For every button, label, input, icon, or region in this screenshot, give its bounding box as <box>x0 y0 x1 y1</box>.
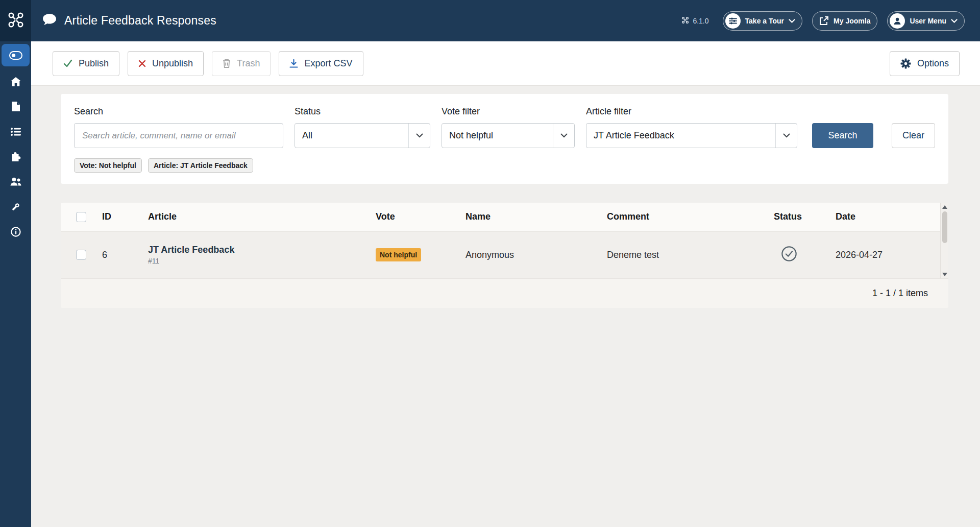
column-header-status[interactable]: Status <box>774 203 836 231</box>
user-menu-button[interactable]: User Menu <box>887 11 965 31</box>
vote-filter-value: Not helpful <box>442 130 553 141</box>
chevron-down-icon <box>789 19 795 23</box>
article-filter-label: Article filter <box>586 106 797 117</box>
joomla-version: 6.1.0 <box>681 16 708 26</box>
results-card: ID Article Vote Name Comment Status Date… <box>61 203 948 308</box>
scrollbar-thumb[interactable] <box>942 211 947 243</box>
row-date: 2026-04-27 <box>836 231 948 278</box>
status-select[interactable]: All <box>295 123 430 148</box>
filter-bar: Search Status All Vote filter Not helpfu… <box>61 94 948 184</box>
sidebar-item-toggle[interactable] <box>2 44 30 66</box>
options-button[interactable]: Options <box>890 51 960 76</box>
article-filter-group: Article filter JT Article Feedback <box>586 106 797 148</box>
filter-clear-button[interactable]: Clear <box>892 123 935 148</box>
filter-chip-vote[interactable]: Vote: Not helpful <box>74 158 142 173</box>
sidebar-item-system[interactable] <box>0 194 31 219</box>
my-joomla-label: My Joomla <box>834 17 870 25</box>
joomla-logo <box>0 0 31 41</box>
publish-button[interactable]: Publish <box>53 51 119 76</box>
home-icon <box>11 77 21 86</box>
sidebar-item-content[interactable] <box>0 94 31 119</box>
toolbar: Publish Unpublish Trash Export CSV Optio… <box>31 41 980 85</box>
select-all-checkbox[interactable] <box>76 212 86 222</box>
unpublish-label: Unpublish <box>152 58 193 69</box>
row-checkbox[interactable] <box>76 250 86 260</box>
column-header-id[interactable]: ID <box>102 203 148 231</box>
list-icon <box>11 128 21 136</box>
app-header: Article Feedback Responses 6.1.0 Take a … <box>31 0 980 41</box>
published-check-icon <box>781 246 797 264</box>
trash-label: Trash <box>237 58 260 69</box>
my-joomla-button[interactable]: My Joomla <box>812 11 877 31</box>
status-label: Status <box>295 106 430 117</box>
search-label: Search <box>74 106 283 117</box>
scroll-down-icon[interactable] <box>941 270 948 278</box>
scroll-up-icon[interactable] <box>941 203 948 211</box>
user-icon <box>890 13 905 29</box>
table-row: 6 JT Article Feedback #11 Not helpful An… <box>61 231 948 278</box>
trash-button[interactable]: Trash <box>212 51 271 76</box>
export-csv-label: Export CSV <box>304 58 352 69</box>
pagination-bar: 1 - 1 / 1 items <box>61 278 948 308</box>
sidebar-item-users[interactable] <box>0 169 31 194</box>
user-menu-label: User Menu <box>910 17 946 25</box>
wrench-icon <box>11 202 21 212</box>
puzzle-icon <box>10 151 21 162</box>
row-name: Anonymous <box>465 231 607 278</box>
column-header-date[interactable]: Date <box>836 203 948 231</box>
trash-icon <box>223 59 231 68</box>
sidebar <box>0 0 31 527</box>
article-filter-value: JT Article Feedback <box>586 130 775 141</box>
filter-chip-article[interactable]: Article: JT Article Feedback <box>148 158 253 173</box>
users-icon <box>10 177 21 186</box>
column-header-name[interactable]: Name <box>465 203 607 231</box>
toggle-icon <box>9 51 22 60</box>
main-content: Search Status All Vote filter Not helpfu… <box>31 85 980 308</box>
sidebar-item-menus[interactable] <box>0 119 31 144</box>
pagination-text: 1 - 1 / 1 items <box>872 288 928 299</box>
filter-search-button[interactable]: Search <box>812 123 873 148</box>
comment-icon <box>42 13 57 29</box>
chevron-down-icon <box>951 19 958 23</box>
take-a-tour-label: Take a Tour <box>745 17 785 25</box>
vote-filter-select[interactable]: Not helpful <box>442 123 575 148</box>
joomla-logo-icon <box>7 11 24 31</box>
article-filter-select[interactable]: JT Article Feedback <box>586 123 797 148</box>
status-field-group: Status All <box>295 106 430 148</box>
table-scrollbar[interactable] <box>940 203 948 278</box>
options-label: Options <box>917 58 949 69</box>
row-comment: Deneme test <box>607 231 774 278</box>
info-icon <box>11 227 21 237</box>
sliders-icon <box>725 13 741 29</box>
export-csv-button[interactable]: Export CSV <box>279 51 363 76</box>
status-select-value: All <box>295 130 408 141</box>
chevron-down-icon <box>553 124 574 148</box>
vote-filter-label: Vote filter <box>442 106 575 117</box>
x-icon <box>138 60 146 67</box>
column-header-article[interactable]: Article <box>148 203 376 231</box>
column-header-comment[interactable]: Comment <box>607 203 774 231</box>
external-link-icon <box>819 16 829 26</box>
vote-filter-group: Vote filter Not helpful <box>442 106 575 148</box>
joomla-version-icon <box>681 16 689 26</box>
row-id: 6 <box>102 231 148 278</box>
sidebar-item-help[interactable] <box>0 219 31 244</box>
chevron-down-icon <box>775 124 797 148</box>
file-icon <box>12 102 20 111</box>
check-icon <box>63 59 72 67</box>
gear-icon <box>900 58 911 69</box>
unpublish-button[interactable]: Unpublish <box>128 51 204 76</box>
vote-badge: Not helpful <box>376 248 421 261</box>
sidebar-item-home[interactable] <box>0 69 31 94</box>
version-text: 6.1.0 <box>693 17 708 25</box>
take-a-tour-button[interactable]: Take a Tour <box>723 11 803 31</box>
page-title: Article Feedback Responses <box>64 14 216 28</box>
publish-label: Publish <box>79 58 109 69</box>
search-input[interactable] <box>74 123 283 148</box>
article-ref: #11 <box>148 257 376 265</box>
search-field-group: Search <box>74 106 283 148</box>
status-toggle-button[interactable] <box>781 246 797 264</box>
column-header-vote[interactable]: Vote <box>376 203 465 231</box>
article-link[interactable]: JT Article Feedback <box>148 245 376 255</box>
sidebar-item-components[interactable] <box>0 144 31 169</box>
